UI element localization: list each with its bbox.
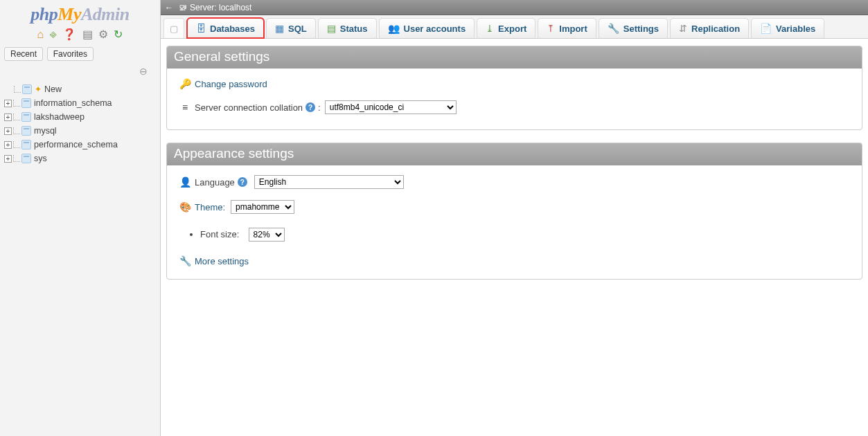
- tab-recent[interactable]: Recent: [4, 47, 43, 61]
- content-scroll: General settings 🔑 Change password ≡ Ser…: [161, 39, 868, 436]
- expand-icon[interactable]: +: [4, 127, 12, 135]
- tab-status[interactable]: ▤ Status: [318, 18, 377, 38]
- tab-settings[interactable]: 🔧 Settings: [599, 18, 668, 38]
- language-icon: 👤: [179, 176, 191, 188]
- tab-label: Status: [340, 24, 368, 34]
- sql-window-icon[interactable]: ▤: [82, 28, 93, 40]
- theme-select[interactable]: pmahomme: [231, 200, 294, 214]
- top-tabs: ▢ 🗄 Databases ▦ SQL ▤ Status 👥 User acco…: [161, 15, 868, 39]
- docs-icon[interactable]: ❓: [62, 28, 76, 40]
- tree-db[interactable]: + lakshadweep: [3, 110, 157, 124]
- logo: phpMyAdmin: [0, 0, 160, 26]
- tab-label: Export: [498, 24, 526, 34]
- tab-favorites[interactable]: Favorites: [47, 47, 94, 61]
- tree-branch: [14, 86, 21, 93]
- tab-import[interactable]: ⤒ Import: [538, 18, 596, 38]
- variables-icon: 📄: [760, 23, 772, 34]
- tab-window-icon[interactable]: ▢: [163, 18, 184, 38]
- tab-label: SQL: [288, 24, 307, 34]
- tab-label: Databases: [210, 24, 255, 34]
- wrench-icon: 🔧: [608, 23, 619, 34]
- panel-title: Appearance settings: [167, 143, 862, 165]
- tree-db-label: information_schema: [34, 96, 112, 110]
- logout-icon[interactable]: ⎆: [50, 28, 57, 40]
- expand-icon[interactable]: +: [4, 155, 12, 163]
- collation-label: Server connection collation: [195, 102, 303, 113]
- row-theme: 🎨 Theme: pmahomme: [179, 200, 849, 214]
- tree-db[interactable]: + mysql: [3, 124, 157, 138]
- panel-title: General settings: [167, 46, 862, 69]
- logo-part-my: My: [57, 4, 81, 24]
- tree-db-label: mysql: [34, 124, 57, 138]
- database-icon: [21, 154, 31, 163]
- help-icon[interactable]: ?: [238, 177, 247, 187]
- back-icon[interactable]: ←: [165, 3, 173, 12]
- tree-new-db[interactable]: ✦ New: [3, 82, 157, 96]
- gear-icon[interactable]: ⚙: [98, 28, 108, 40]
- expand-icon[interactable]: +: [4, 100, 12, 107]
- tab-label: Replication: [691, 24, 740, 34]
- tree-db-label: performance_schema: [34, 138, 118, 152]
- server-icon: 🖳: [179, 3, 187, 12]
- tab-databases[interactable]: 🗄 Databases: [187, 18, 264, 38]
- panel-appearance-settings: Appearance settings 👤 Language ? English…: [166, 143, 862, 280]
- tab-label: User accounts: [404, 24, 466, 34]
- tab-sql[interactable]: ▦ SQL: [266, 18, 316, 38]
- wrench-icon: 🔧: [179, 255, 191, 266]
- new-star-icon: ✦: [35, 82, 42, 96]
- row-font-size: Font size: 82%: [200, 225, 849, 244]
- change-password-link[interactable]: Change password: [195, 79, 267, 89]
- logo-part-php: php: [30, 4, 57, 24]
- collation-icon: ≡: [179, 102, 191, 113]
- tree-branch: [13, 127, 20, 134]
- theme-label[interactable]: Theme:: [195, 202, 225, 212]
- database-icon: [21, 98, 31, 108]
- reload-icon[interactable]: ↻: [114, 28, 123, 40]
- tree-branch: [13, 100, 20, 107]
- sql-icon: ▦: [275, 23, 284, 34]
- tree-db-label: sys: [34, 152, 47, 165]
- expand-icon[interactable]: +: [4, 113, 12, 121]
- database-icon: [21, 112, 31, 122]
- collapse-icon[interactable]: ⊖: [0, 63, 160, 81]
- nav-sidebar: phpMyAdmin ⌂ ⎆ ❓ ▤ ⚙ ↻ Recent Favorites …: [0, 0, 161, 436]
- status-icon: ▤: [327, 23, 336, 34]
- font-size-label: Font size:: [200, 229, 239, 239]
- tab-label: Variables: [776, 24, 815, 34]
- tab-users[interactable]: 👥 User accounts: [379, 18, 475, 38]
- language-label: Language: [195, 177, 235, 188]
- breadcrumb-label: Server:: [190, 3, 217, 12]
- tree-db[interactable]: + information_schema: [3, 96, 157, 110]
- home-icon[interactable]: ⌂: [37, 28, 44, 40]
- tree-branch: [13, 141, 20, 148]
- row-more-settings: 🔧 More settings: [179, 255, 849, 266]
- expand-icon[interactable]: +: [4, 141, 12, 149]
- breadcrumb-server[interactable]: localhost: [219, 3, 251, 12]
- tab-export[interactable]: ⤓ Export: [477, 18, 535, 38]
- language-select[interactable]: English: [254, 175, 404, 189]
- database-icon: [22, 84, 32, 94]
- password-icon: 🔑: [179, 78, 191, 89]
- tab-replication[interactable]: ⇵ Replication: [670, 18, 749, 38]
- tree-db-label: lakshadweep: [34, 110, 85, 124]
- tree-db[interactable]: + performance_schema: [3, 138, 157, 152]
- tree-branch: [13, 113, 20, 120]
- database-icon: 🗄: [196, 23, 206, 34]
- tab-label: Settings: [623, 24, 659, 34]
- collation-select[interactable]: utf8mb4_unicode_ci: [325, 100, 457, 114]
- database-icon: [21, 126, 31, 136]
- font-size-select[interactable]: 82%: [249, 228, 285, 242]
- breadcrumb-bar: ← 🖳 Server: localhost: [161, 0, 868, 15]
- tab-variables[interactable]: 📄 Variables: [751, 18, 824, 38]
- sidebar-iconbar: ⌂ ⎆ ❓ ▤ ⚙ ↻: [0, 26, 160, 45]
- logo-part-admin: Admin: [81, 4, 130, 24]
- row-collation: ≡ Server connection collation ? : utf8mb…: [179, 100, 849, 114]
- theme-icon: 🎨: [179, 201, 191, 212]
- help-icon[interactable]: ?: [305, 102, 315, 112]
- sidebar-tabs: Recent Favorites: [0, 45, 160, 63]
- tab-label: Import: [559, 24, 587, 34]
- more-settings-link[interactable]: More settings: [195, 256, 249, 266]
- tree-db[interactable]: + sys: [3, 152, 157, 165]
- replication-icon: ⇵: [679, 23, 687, 34]
- row-change-password: 🔑 Change password: [179, 78, 849, 89]
